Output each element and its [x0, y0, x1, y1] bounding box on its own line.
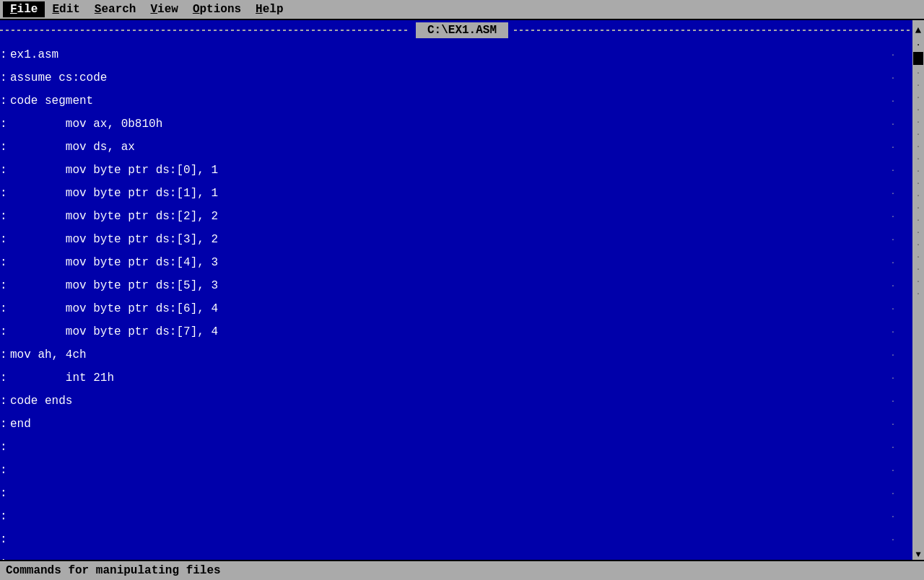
- line-marker: :: [0, 164, 10, 177]
- code-line: :·: [0, 436, 898, 459]
- line-content: end: [10, 418, 891, 431]
- scroll-track-top: ·: [912, 40, 924, 50]
- line-content: mov byte ptr ds:[0], 1: [10, 164, 891, 177]
- line-content: mov byte ptr ds:[3], 2: [10, 233, 891, 246]
- code-line: :code segment·: [0, 89, 898, 113]
- line-marker: :: [0, 372, 10, 385]
- code-line: : mov byte ptr ds:[4], 3·: [0, 251, 898, 274]
- line-content: mov byte ptr ds:[1], 1: [10, 187, 891, 200]
- code-line: :ex1.asm·: [0, 43, 898, 66]
- right-dot: ·: [891, 374, 895, 382]
- line-marker: :: [0, 464, 10, 477]
- code-line: : mov byte ptr ds:[1], 1·: [0, 182, 898, 205]
- menu-options[interactable]: Options: [186, 1, 248, 17]
- line-marker: :: [0, 256, 10, 269]
- line-content: mov ax, 0b810h: [10, 118, 891, 131]
- right-dot: ·: [891, 236, 895, 244]
- title-bar: C:\EX1.ASM ▲: [0, 20, 924, 40]
- line-marker: :: [0, 533, 10, 546]
- line-content: mov ds, ax: [10, 141, 891, 154]
- right-dot: ·: [891, 190, 895, 198]
- line-content: mov byte ptr ds:[4], 3: [10, 256, 891, 269]
- right-dot: ·: [891, 51, 895, 59]
- line-content: code segment: [10, 95, 891, 107]
- editor[interactable]: :ex1.asm·:assume cs:code·:code segment·:…: [0, 40, 912, 560]
- line-content: mov byte ptr ds:[2], 2: [10, 210, 891, 223]
- line-marker: :: [0, 210, 10, 223]
- code-line: : int 21h·: [0, 366, 898, 390]
- right-dot: ·: [891, 97, 895, 105]
- line-marker: :: [0, 118, 10, 131]
- line-marker: :: [0, 325, 10, 338]
- right-dot: ·: [891, 467, 895, 475]
- line-content: ex1.asm: [10, 48, 891, 61]
- code-line: : mov byte ptr ds:[2], 2·: [0, 205, 898, 228]
- code-line: :·: [0, 551, 898, 560]
- line-marker: :: [0, 187, 10, 200]
- line-marker: :: [0, 395, 10, 408]
- line-marker: :: [0, 348, 10, 361]
- code-line: : mov byte ptr ds:[6], 4·: [0, 297, 898, 320]
- right-dot: ·: [891, 282, 895, 290]
- line-marker: :: [0, 418, 10, 431]
- app: File Edit Search View Options Help C:\EX…: [0, 0, 924, 580]
- right-dot: ·: [891, 120, 895, 128]
- menu-bar: File Edit Search View Options Help: [0, 0, 924, 20]
- line-marker: :: [0, 48, 10, 61]
- line-marker: :: [0, 510, 10, 523]
- line-content: int 21h: [10, 372, 891, 385]
- editor-container: :ex1.asm·:assume cs:code·:code segment·:…: [0, 40, 924, 560]
- scroll-down-button[interactable]: ▼: [912, 550, 924, 560]
- scroll-track: · · · · · · · · · · · · · · · · · · ·: [912, 66, 924, 550]
- code-line: :assume cs:code·: [0, 66, 898, 89]
- code-line: :·: [0, 482, 898, 505]
- right-dot: ·: [891, 144, 895, 151]
- status-bar: Commands for manipulating files: [0, 560, 924, 580]
- line-marker: :: [0, 233, 10, 246]
- menu-file[interactable]: File: [3, 1, 45, 17]
- line-marker: :: [0, 141, 10, 154]
- right-dot: ·: [891, 305, 895, 313]
- code-line: : mov ax, 0b810h·: [0, 113, 898, 136]
- line-marker: :: [0, 302, 10, 315]
- right-dot: ·: [891, 213, 895, 221]
- menu-help[interactable]: Help: [248, 1, 290, 17]
- code-line: : mov byte ptr ds:[7], 4·: [0, 320, 898, 343]
- code-line: : mov byte ptr ds:[3], 2·: [0, 228, 898, 251]
- line-marker: :: [0, 487, 10, 500]
- line-content: code ends: [10, 395, 891, 408]
- right-dot: ·: [891, 490, 895, 498]
- scrollbar[interactable]: · · · · · · · · · · · · · · · · · · ·: [912, 40, 924, 560]
- code-line: :mov ah, 4ch·: [0, 343, 898, 366]
- code-line: : mov byte ptr ds:[0], 1·: [0, 159, 898, 182]
- file-title: C:\EX1.ASM: [416, 22, 508, 38]
- right-dot: ·: [891, 513, 895, 521]
- status-text: Commands for manipulating files: [6, 564, 221, 577]
- code-line: :·: [0, 505, 898, 528]
- right-dot: ·: [891, 559, 895, 561]
- right-dot: ·: [891, 167, 895, 175]
- right-dot: ·: [891, 397, 895, 405]
- right-dot: ·: [891, 536, 895, 544]
- right-dot: ·: [891, 259, 895, 267]
- line-content: mov byte ptr ds:[5], 3: [10, 279, 891, 292]
- line-marker: :: [0, 279, 10, 292]
- right-dot: ·: [891, 421, 895, 429]
- right-dot: ·: [891, 351, 895, 359]
- right-dot: ·: [891, 74, 895, 82]
- line-marker: :: [0, 71, 10, 84]
- code-line: : mov ds, ax·: [0, 136, 898, 159]
- scroll-up-button[interactable]: ▲: [912, 20, 924, 40]
- line-marker: :: [0, 556, 10, 560]
- menu-edit[interactable]: Edit: [45, 1, 87, 17]
- menu-view[interactable]: View: [143, 1, 185, 17]
- line-marker: :: [0, 441, 10, 454]
- line-content: mov byte ptr ds:[6], 4: [10, 302, 891, 315]
- line-content: mov byte ptr ds:[7], 4: [10, 325, 891, 338]
- line-marker: :: [0, 95, 10, 107]
- line-content: assume cs:code: [10, 71, 891, 84]
- scroll-thumb[interactable]: [913, 52, 923, 65]
- code-line: :·: [0, 459, 898, 482]
- code-line: :·: [0, 528, 898, 551]
- menu-search[interactable]: Search: [87, 1, 144, 17]
